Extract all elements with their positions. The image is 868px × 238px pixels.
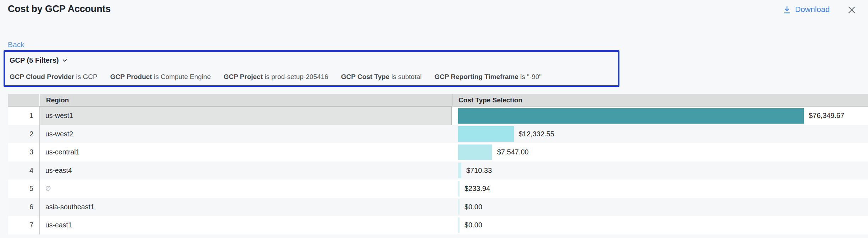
page-title: Cost by GCP Accounts [8, 4, 111, 15]
region-cell[interactable]: us-west2 [39, 125, 452, 143]
table-row: 5 ∅ $233.94 [8, 180, 868, 198]
cost-cell[interactable]: $7,547.00 [458, 143, 868, 162]
table-row: 3 us-central1 $7,547.00 [8, 143, 868, 162]
cost-value-label: $76,349.67 [809, 112, 844, 120]
cost-cell[interactable]: $0.00 [458, 216, 868, 234]
cost-cell[interactable]: $12,332.55 [458, 125, 868, 143]
cost-value-label: $12,332.55 [519, 130, 554, 138]
cost-value-label: $7,547.00 [497, 148, 529, 156]
cost-value-label: $233.94 [464, 185, 490, 193]
row-index: 6 [8, 198, 39, 216]
chevron-down-icon [62, 57, 68, 63]
filter-item: GCP Reporting Timeframe is "-90" [434, 73, 541, 81]
table-row: 1 us-west1 $76,349.67 [8, 107, 868, 125]
download-icon [783, 5, 791, 14]
cost-cell[interactable]: $76,349.67 [458, 107, 868, 125]
region-cell[interactable]: asia-southeast1 [39, 198, 452, 216]
filter-item: GCP Cost Type is subtotal [341, 73, 422, 81]
region-column-header[interactable]: Region [40, 94, 452, 106]
table-row: 4 us-east4 $710.33 [8, 162, 868, 180]
table-row: 2 us-west2 $12,332.55 [8, 125, 868, 143]
download-label: Download [795, 5, 830, 14]
row-index: 5 [8, 180, 39, 198]
region-cell[interactable]: us-east1 [39, 216, 452, 234]
table-row: 6 asia-southeast1 $0.00 [8, 198, 868, 216]
filter-summary-label: GCP (5 Filters) [10, 56, 59, 64]
filter-summary-toggle[interactable]: GCP (5 Filters) [10, 56, 68, 64]
back-link[interactable]: Back [8, 40, 24, 49]
filter-item: GCP Project is prod-setup-205416 [223, 73, 328, 81]
cost-cell[interactable]: $233.94 [458, 180, 868, 198]
column-gap [452, 198, 458, 216]
cost-value-label: $0.00 [464, 221, 482, 229]
row-index: 7 [8, 216, 39, 234]
close-icon [847, 11, 857, 16]
column-gap [452, 143, 458, 162]
region-cell[interactable]: us-east4 [39, 162, 452, 180]
cost-bar[interactable] [458, 217, 460, 233]
results-table: Region Cost Type Selection 1 us-west1 $7… [8, 94, 868, 234]
region-cell[interactable]: ∅ [39, 180, 452, 198]
table-body: 1 us-west1 $76,349.67 2 us-west2 $12,332… [8, 107, 868, 234]
row-index: 3 [8, 143, 39, 162]
column-gap [452, 125, 458, 143]
cost-value-label: $0.00 [464, 203, 482, 211]
column-gap [452, 107, 458, 125]
cost-column-header[interactable]: Cost Type Selection [453, 94, 868, 106]
cost-cell[interactable]: $710.33 [458, 162, 868, 180]
filter-panel: GCP (5 Filters) GCP Cloud Provider is GC… [4, 50, 619, 87]
table-header-row: Region Cost Type Selection [8, 94, 868, 107]
column-gap [452, 162, 458, 180]
filter-list: GCP Cloud Provider is GCPGCP Product is … [10, 73, 541, 81]
cost-value-label: $710.33 [466, 166, 492, 175]
region-cell[interactable]: us-west1 [39, 107, 452, 125]
cost-bar[interactable] [458, 181, 460, 197]
filter-item: GCP Product is Compute Engine [110, 73, 211, 81]
region-cell[interactable]: us-central1 [39, 143, 452, 162]
cost-bar[interactable] [458, 199, 460, 215]
table-row: 7 us-east1 $0.00 [8, 216, 868, 234]
column-gap [452, 216, 458, 234]
filter-item: GCP Cloud Provider is GCP [10, 73, 98, 81]
download-button[interactable]: Download [783, 5, 830, 14]
row-index: 4 [8, 162, 39, 180]
cost-cell[interactable]: $0.00 [458, 198, 868, 216]
row-index: 1 [8, 107, 39, 125]
close-button[interactable] [847, 5, 857, 15]
cost-bar[interactable] [458, 144, 492, 160]
cost-bar[interactable] [458, 108, 804, 124]
row-index: 2 [8, 125, 39, 143]
cost-bar[interactable] [458, 163, 461, 178]
index-column-header [8, 94, 39, 106]
cost-bar[interactable] [458, 126, 514, 142]
column-gap [452, 180, 458, 198]
